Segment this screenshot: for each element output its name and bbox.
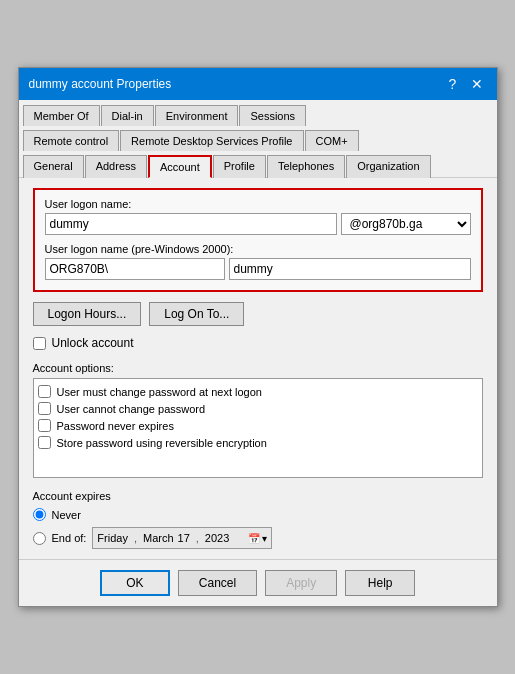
- option-label-3: Store password using reversible encrypti…: [57, 437, 267, 449]
- date-field[interactable]: Friday , March 17 , 2023 📅 ▾: [92, 527, 272, 549]
- account-options-section: Account options: User must change passwo…: [33, 362, 483, 478]
- bottom-buttons: OK Cancel Apply Help: [19, 559, 497, 606]
- date-day: Friday: [97, 532, 128, 544]
- tab-remote-control[interactable]: Remote control: [23, 130, 120, 151]
- date-month: March: [143, 532, 174, 544]
- option-label-2: Password never expires: [57, 420, 174, 432]
- option-checkbox-1[interactable]: [38, 402, 51, 415]
- list-item: User cannot change password: [38, 400, 478, 417]
- list-item: Store password using reversible encrypti…: [38, 434, 478, 451]
- title-bar-buttons: ? ✕: [443, 74, 487, 94]
- endof-label: End of:: [52, 532, 87, 544]
- logon-name-label: User logon name:: [45, 198, 471, 210]
- help-title-button[interactable]: ?: [443, 74, 463, 94]
- pre2000-label: User logon name (pre-Windows 2000):: [45, 243, 471, 255]
- logon-buttons-row: Logon Hours... Log On To...: [33, 302, 483, 326]
- list-item: User must change password at next logon: [38, 383, 478, 400]
- list-item: Password never expires: [38, 417, 478, 434]
- domain-dropdown[interactable]: @org870b.ga: [341, 213, 471, 235]
- tab-telephones[interactable]: Telephones: [267, 155, 345, 178]
- tab-account[interactable]: Account: [148, 155, 212, 178]
- expires-label: Account expires: [33, 490, 483, 502]
- date-year: 2023: [205, 532, 229, 544]
- logon-name-row: @org870b.ga: [45, 213, 471, 235]
- endof-row: End of: Friday , March 17 , 2023 📅 ▾: [33, 527, 483, 549]
- never-radio[interactable]: [33, 508, 46, 521]
- unlock-label: Unlock account: [52, 336, 134, 350]
- endof-radio[interactable]: [33, 532, 46, 545]
- tab-dial-in[interactable]: Dial-in: [101, 105, 154, 126]
- dialog-window: dummy account Properties ? ✕ Member Of D…: [18, 67, 498, 607]
- logon-name-input[interactable]: [45, 213, 337, 235]
- date-sep2: ,: [196, 532, 199, 544]
- never-row: Never: [33, 508, 483, 521]
- pre2000-row: [45, 258, 471, 280]
- pre2000-domain-input[interactable]: [45, 258, 225, 280]
- tab-row-1: Member Of Dial-in Environment Sessions: [19, 100, 497, 125]
- never-label: Never: [52, 509, 81, 521]
- logon-section: User logon name: @org870b.ga User logon …: [33, 188, 483, 292]
- unlock-row: Unlock account: [33, 336, 483, 350]
- option-checkbox-3[interactable]: [38, 436, 51, 449]
- window-title: dummy account Properties: [29, 77, 172, 91]
- tab-sessions[interactable]: Sessions: [239, 105, 306, 126]
- tab-row-2: Remote control Remote Desktop Services P…: [19, 125, 497, 150]
- account-options-listbox[interactable]: User must change password at next logon …: [33, 378, 483, 478]
- title-bar: dummy account Properties ? ✕: [19, 68, 497, 100]
- account-expires-section: Account expires Never End of: Friday , M…: [33, 490, 483, 549]
- tab-content: User logon name: @org870b.ga User logon …: [19, 178, 497, 559]
- tab-general[interactable]: General: [23, 155, 84, 178]
- help-button[interactable]: Help: [345, 570, 415, 596]
- tab-rdp-profile[interactable]: Remote Desktop Services Profile: [120, 130, 303, 151]
- pre2000-username-input[interactable]: [229, 258, 471, 280]
- option-label-0: User must change password at next logon: [57, 386, 262, 398]
- calendar-icon: 📅: [248, 533, 260, 544]
- date-num: 17: [178, 532, 190, 544]
- tab-organization[interactable]: Organization: [346, 155, 430, 178]
- option-checkbox-2[interactable]: [38, 419, 51, 432]
- date-picker-button[interactable]: 📅 ▾: [248, 533, 267, 544]
- unlock-checkbox[interactable]: [33, 337, 46, 350]
- log-on-to-button[interactable]: Log On To...: [149, 302, 244, 326]
- cancel-button[interactable]: Cancel: [178, 570, 257, 596]
- account-options-label: Account options:: [33, 362, 483, 374]
- date-sep1: ,: [134, 532, 137, 544]
- close-title-button[interactable]: ✕: [467, 74, 487, 94]
- tab-environment[interactable]: Environment: [155, 105, 239, 126]
- ok-button[interactable]: OK: [100, 570, 170, 596]
- tab-address[interactable]: Address: [85, 155, 147, 178]
- tab-com[interactable]: COM+: [305, 130, 359, 151]
- tab-profile[interactable]: Profile: [213, 155, 266, 178]
- option-checkbox-0[interactable]: [38, 385, 51, 398]
- tab-row-3: General Address Account Profile Telephon…: [19, 150, 497, 178]
- dropdown-arrow: ▾: [262, 533, 267, 544]
- option-label-1: User cannot change password: [57, 403, 206, 415]
- tab-member-of[interactable]: Member Of: [23, 105, 100, 126]
- apply-button[interactable]: Apply: [265, 570, 337, 596]
- logon-hours-button[interactable]: Logon Hours...: [33, 302, 142, 326]
